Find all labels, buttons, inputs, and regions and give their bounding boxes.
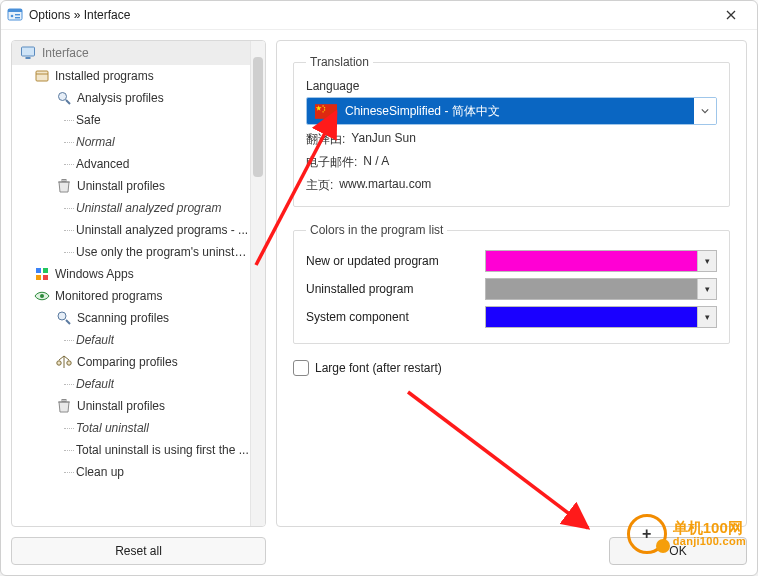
tree-item-label: Safe [76, 113, 101, 127]
svg-point-22 [324, 107, 325, 108]
checkbox-box [293, 360, 309, 376]
flag-china-icon [315, 104, 337, 119]
tree-use-only-programs-uninstaller[interactable]: Use only the program's uninsta... [12, 241, 250, 263]
swatch-fill [486, 279, 697, 299]
color-picker-new[interactable]: ▾ [485, 250, 717, 272]
tree-item-label: Default [76, 377, 114, 391]
reset-all-button[interactable]: Reset all [11, 537, 266, 565]
svg-point-23 [324, 109, 325, 110]
tree-uninstall-analyzed-program[interactable]: Uninstall analyzed program [12, 197, 250, 219]
color-dropdown-button[interactable]: ▾ [697, 307, 716, 327]
scroll-thumb[interactable] [253, 57, 263, 177]
svg-rect-11 [43, 268, 48, 273]
options-tree[interactable]: Interface Installed programs [12, 41, 250, 526]
chevron-down-icon [701, 107, 709, 115]
meta-homepage: 主页: www.martau.com [306, 177, 717, 194]
tree-installed-programs[interactable]: Installed programs [12, 65, 250, 87]
tree-header-interface[interactable]: Interface [12, 41, 250, 65]
tree-uninstall-analyzed-programs[interactable]: Uninstall analyzed programs - ... [12, 219, 250, 241]
close-icon [726, 10, 736, 20]
color-picker-uninstalled[interactable]: ▾ [485, 278, 717, 300]
tree-clean-up[interactable]: Clean up [12, 461, 250, 483]
tree-monitored-programs[interactable]: Monitored programs [12, 285, 250, 307]
tree-header-label: Interface [42, 46, 89, 60]
tree-scrollbar[interactable] [250, 41, 265, 526]
watermark-title: 单机100网 [673, 520, 746, 536]
svg-rect-4 [15, 17, 20, 18]
left-panel: Interface Installed programs [11, 40, 266, 565]
color-label: System component [306, 310, 477, 324]
language-selected: ChineseSimplified - 简体中文 [307, 98, 694, 124]
tree-item-label: Uninstall analyzed programs - ... [76, 223, 248, 237]
tree-comparing-profiles[interactable]: Comparing profiles [12, 351, 250, 373]
svg-point-16 [57, 361, 61, 365]
tree-scanning-default[interactable]: Default [12, 329, 250, 351]
svg-point-24 [322, 111, 323, 112]
tree-item-label: Scanning profiles [77, 311, 169, 325]
magnifier-icon [56, 90, 72, 106]
large-font-checkbox[interactable]: Large font (after restart) [293, 360, 730, 376]
color-label: New or updated program [306, 254, 477, 268]
tree-scanning-profiles[interactable]: Scanning profiles [12, 307, 250, 329]
app-icon [7, 7, 23, 23]
tree-item-label: Uninstall analyzed program [76, 201, 221, 215]
trash-icon [56, 178, 72, 194]
meta-translator: 翻译由: YanJun Sun [306, 131, 717, 148]
language-dropdown-button[interactable] [694, 98, 716, 124]
color-dropdown-button[interactable]: ▾ [697, 251, 716, 271]
tree-container: Interface Installed programs [11, 40, 266, 527]
colors-legend: Colors in the program list [306, 223, 447, 237]
close-button[interactable] [711, 2, 751, 28]
tree-item-label: Advanced [76, 157, 129, 171]
meta-key: 电子邮件: [306, 154, 357, 171]
language-label: Language [306, 79, 717, 93]
body: Interface Installed programs [1, 30, 757, 575]
svg-point-14 [40, 294, 44, 298]
svg-point-8 [59, 93, 67, 101]
swatch-fill [486, 251, 697, 271]
eye-icon [34, 288, 50, 304]
svg-rect-6 [26, 57, 31, 59]
monitor-icon [20, 45, 36, 61]
tree-uninstall-profiles[interactable]: Uninstall profiles [12, 175, 250, 197]
titlebar: Options » Interface [1, 1, 757, 30]
tree-total-uninstall-first[interactable]: Total uninstall is using first the ... [12, 439, 250, 461]
tree-windows-apps[interactable]: Windows Apps [12, 263, 250, 285]
trash-icon [56, 398, 72, 414]
svg-point-2 [11, 15, 14, 18]
apps-icon [34, 266, 50, 282]
watermark-url: danji100.com [673, 536, 746, 548]
tree-analysis-profiles[interactable]: Analysis profiles [12, 87, 250, 109]
tree-normal[interactable]: Normal [12, 131, 250, 153]
svg-rect-3 [15, 14, 20, 15]
language-value: ChineseSimplified - 简体中文 [345, 103, 500, 120]
button-label: Reset all [115, 544, 162, 558]
svg-rect-18 [62, 400, 66, 402]
tree-item-label: Normal [76, 135, 115, 149]
color-label: Uninstalled program [306, 282, 477, 296]
color-row-new: New or updated program ▾ [306, 247, 717, 275]
watermark-text: 单机100网 danji100.com [673, 520, 746, 547]
svg-rect-9 [62, 180, 66, 182]
box-icon [34, 68, 50, 84]
svg-rect-12 [36, 275, 41, 280]
svg-rect-1 [8, 9, 22, 12]
meta-value: N / A [363, 154, 389, 171]
color-dropdown-button[interactable]: ▾ [697, 279, 716, 299]
left-footer: Reset all [11, 537, 266, 565]
tree-safe[interactable]: Safe [12, 109, 250, 131]
language-combobox[interactable]: ChineseSimplified - 简体中文 [306, 97, 717, 125]
tree-item-label: Monitored programs [55, 289, 162, 303]
right-panel: Translation Language ChineseSimplified -… [276, 40, 747, 565]
tree-advanced[interactable]: Advanced [12, 153, 250, 175]
tree-item-label: Windows Apps [55, 267, 134, 281]
tree-uninstall-profiles-2[interactable]: Uninstall profiles [12, 395, 250, 417]
tree-total-uninstall[interactable]: Total uninstall [12, 417, 250, 439]
color-picker-system[interactable]: ▾ [485, 306, 717, 328]
tree-comparing-default[interactable]: Default [12, 373, 250, 395]
right-content: Translation Language ChineseSimplified -… [276, 40, 747, 527]
svg-rect-7 [36, 71, 48, 81]
color-row-uninstalled: Uninstalled program ▾ [306, 275, 717, 303]
svg-point-17 [67, 361, 71, 365]
tree-item-label: Total uninstall [76, 421, 149, 435]
